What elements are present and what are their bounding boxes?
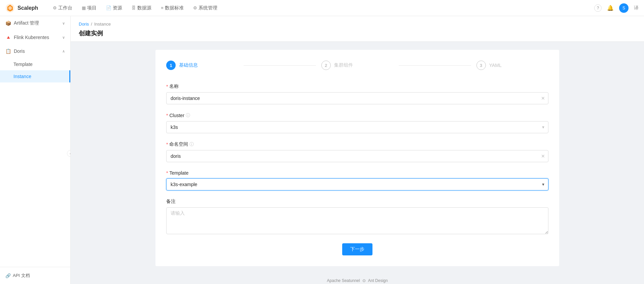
bell-icon[interactable]: 🔔 <box>607 5 614 11</box>
flink-chevron-icon: ∨ <box>62 35 65 40</box>
flink-icon: 🔺 <box>5 35 11 40</box>
step-yaml-label: YAML <box>489 63 502 68</box>
steps-indicator: 1 基础信息 2 集群组件 3 <box>166 61 548 70</box>
namespace-field: * 命名空间 ⓘ ✕ <box>166 141 548 162</box>
cluster-field: * Cluster ⓘ k3s ▼ <box>166 112 548 133</box>
doris-chevron-icon: ∧ <box>62 49 65 54</box>
nav-resource[interactable]: 📄 资源 <box>102 0 126 16</box>
sidebar-artifact-label: Artifact 管理 <box>14 20 39 26</box>
footer-left: Apache Seatunnel <box>327 278 360 283</box>
sysmanage-icon: ⚙ <box>193 5 197 10</box>
name-field: * 名称 ✕ <box>166 83 548 104</box>
nav-workspace-label: 工作台 <box>58 5 72 11</box>
sidebar-instance-label: Instance <box>13 74 31 79</box>
footer-right: Ant Design <box>368 278 388 283</box>
sidebar-flink-label: Flink Kuberentes <box>14 35 49 40</box>
cluster-select-wrapper: k3s ▼ <box>166 121 548 133</box>
user-avatar[interactable]: S <box>619 3 629 13</box>
remark-field: 备注 <box>166 199 548 235</box>
step-basic-number: 1 <box>170 63 172 68</box>
main-layout: ‹ 📦 Artifact 管理 ∨ 🔺 Flink Kuberentes ∨ 📋… <box>0 16 644 284</box>
breadcrumb-current: Instance <box>94 22 111 27</box>
next-step-button[interactable]: 下一步 <box>342 243 372 255</box>
cluster-select[interactable]: k3s <box>166 121 548 133</box>
form-actions: 下一步 <box>166 243 548 255</box>
project-icon: ▦ <box>82 5 86 10</box>
step-cluster-circle: 2 <box>321 61 331 70</box>
template-label-text: Template <box>169 170 188 176</box>
nav-datastandard-label: 数据标准 <box>165 5 184 11</box>
page-footer: Apache Seatunnel ⊙ Ant Design <box>71 274 644 284</box>
sidebar-template-label: Template <box>13 62 33 67</box>
sidebar-doris-label: Doris <box>14 48 25 54</box>
nav-project[interactable]: ▦ 项目 <box>78 0 101 16</box>
nav-project-label: 项目 <box>87 5 97 11</box>
namespace-info-icon: ⓘ <box>189 141 194 147</box>
namespace-label: * 命名空间 ⓘ <box>166 141 548 147</box>
sidebar-subitem-template[interactable]: Template <box>0 58 70 70</box>
cluster-info-icon: ⓘ <box>186 112 190 118</box>
step-cluster: 2 集群组件 <box>321 61 393 70</box>
sidebar-api-docs[interactable]: 🔗 API 文档 <box>0 267 70 284</box>
template-select[interactable]: k3s-example <box>166 178 548 190</box>
step-cluster-label: 集群组件 <box>334 62 353 68</box>
sidebar-collapse-button[interactable]: ‹ <box>67 150 71 157</box>
content-area: Doris / Instance 创建实例 1 基础信息 <box>71 16 644 284</box>
namespace-input[interactable] <box>166 150 548 162</box>
sidebar: ‹ 📦 Artifact 管理 ∨ 🔺 Flink Kuberentes ∨ 📋… <box>0 16 71 284</box>
name-input-wrapper: ✕ <box>166 92 548 104</box>
api-docs-label: API 文档 <box>13 273 30 279</box>
form-container: 1 基础信息 2 集群组件 3 <box>71 42 644 274</box>
page-header: Doris / Instance 创建实例 <box>71 16 644 42</box>
remark-textarea[interactable] <box>166 207 548 234</box>
cluster-label: * Cluster ⓘ <box>166 112 548 118</box>
datasource-icon: 🗄 <box>132 5 136 10</box>
step-basic-label: 基础信息 <box>179 62 198 68</box>
api-docs-icon: 🔗 <box>5 273 11 278</box>
nav-sysmanage[interactable]: ⚙ 系统管理 <box>189 0 221 16</box>
top-navigation: Scaleph ⚙ 工作台 ▦ 项目 📄 资源 🗄 数据源 ≡ 数据标准 ⚙ 系… <box>0 0 644 16</box>
step-line-2 <box>399 65 471 66</box>
app-name: Scaleph <box>17 5 38 11</box>
sidebar-item-doris[interactable]: 📋 Doris ∧ <box>0 44 70 58</box>
remark-label-text: 备注 <box>166 199 176 205</box>
doris-icon: 📋 <box>5 48 11 54</box>
template-select-wrapper: k3s-example ▼ <box>166 178 548 190</box>
breadcrumb-separator: / <box>91 22 92 27</box>
breadcrumb-parent[interactable]: Doris <box>79 22 89 27</box>
namespace-input-wrapper: ✕ <box>166 150 548 162</box>
nav-right-section: ? 🔔 S 译 <box>594 3 639 13</box>
name-clear-icon[interactable]: ✕ <box>541 96 545 101</box>
nav-datastandard[interactable]: ≡ 数据标准 <box>157 0 188 16</box>
resource-icon: 📄 <box>106 5 111 10</box>
artifact-chevron-icon: ∨ <box>62 21 65 26</box>
sidebar-item-artifact[interactable]: 📦 Artifact 管理 ∨ <box>0 16 70 31</box>
namespace-label-text: 命名空间 <box>169 141 188 147</box>
footer-github-icon: ⊙ <box>362 278 366 283</box>
sidebar-subitem-instance[interactable]: Instance <box>0 70 70 82</box>
artifact-icon: 📦 <box>5 21 11 26</box>
nav-resource-label: 资源 <box>113 5 122 11</box>
logo-icon <box>5 3 15 13</box>
remark-label: 备注 <box>166 199 548 205</box>
form-card: 1 基础信息 2 集群组件 3 <box>155 50 559 266</box>
translate-icon[interactable]: 译 <box>634 5 639 11</box>
nav-datasource-label: 数据源 <box>137 5 151 11</box>
step-yaml: 3 YAML <box>476 61 548 70</box>
name-label: * 名称 <box>166 83 548 90</box>
cluster-label-text: Cluster <box>169 113 184 118</box>
nav-datasource[interactable]: 🗄 数据源 <box>128 0 155 16</box>
breadcrumb: Doris / Instance <box>79 22 636 27</box>
nav-workspace[interactable]: ⚙ 工作台 <box>49 0 76 16</box>
app-logo[interactable]: Scaleph <box>5 3 38 13</box>
name-input[interactable] <box>166 92 548 104</box>
datastandard-icon: ≡ <box>161 5 164 10</box>
sidebar-item-flink[interactable]: 🔺 Flink Kuberentes ∨ <box>0 31 70 44</box>
help-icon[interactable]: ? <box>594 4 602 12</box>
name-label-text: 名称 <box>169 83 179 90</box>
workspace-icon: ⚙ <box>53 5 57 10</box>
namespace-clear-icon[interactable]: ✕ <box>541 153 545 159</box>
step-basic: 1 基础信息 <box>166 61 238 70</box>
step-cluster-number: 2 <box>325 63 327 68</box>
step-yaml-circle: 3 <box>476 61 486 70</box>
